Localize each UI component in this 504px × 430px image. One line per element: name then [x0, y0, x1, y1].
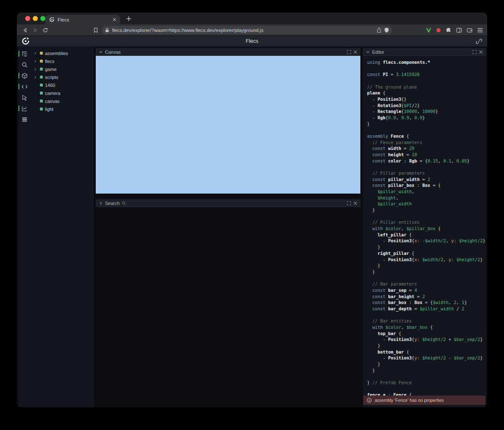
editor-code[interactable]: using flecs.components.* const PI = 3.14… — [363, 56, 486, 407]
code-line: left_pillar { — [367, 232, 486, 238]
extensions-puzzle-icon[interactable] — [446, 27, 452, 33]
tree-item-1460[interactable]: 1460 — [30, 81, 93, 89]
bookmark-icon[interactable] — [92, 27, 99, 34]
chart-sidebar-button[interactable] — [18, 104, 30, 113]
share-link-icon[interactable] — [475, 38, 482, 45]
info-icon — [367, 398, 372, 403]
code-line: - Rectangle{10000, 10000} — [367, 108, 486, 115]
chevron-down-icon[interactable] — [366, 50, 370, 54]
window-close-button[interactable] — [25, 16, 30, 21]
tree-item-label: canvas — [45, 99, 60, 104]
window-zoom-button[interactable] — [40, 16, 45, 21]
code-line: } // Prefab Fence — [367, 380, 486, 386]
extension-v-icon[interactable] — [426, 27, 431, 33]
cube-sidebar-button[interactable] — [18, 71, 30, 80]
chart-icon — [21, 105, 28, 112]
tree-sidebar-button[interactable] — [18, 49, 30, 58]
browser-tab[interactable]: Flecs — [45, 15, 120, 24]
code-line: // Fence parameters — [367, 139, 486, 146]
fullscreen-icon[interactable] — [347, 201, 351, 205]
extension-red-dot-icon[interactable] — [436, 28, 441, 33]
lock-icon — [105, 28, 109, 33]
tab-favicon-flecs-icon — [49, 17, 55, 22]
tree-item-label: 1460 — [45, 83, 55, 88]
tree-item-game[interactable]: game — [30, 65, 93, 73]
active-indicator — [18, 51, 19, 57]
address-bar[interactable]: flecs.dev/explorer/?wasm=https://www.fle… — [102, 26, 392, 34]
tree-item-flecs[interactable]: flecs — [30, 57, 93, 65]
code-line: with $color, $pillar_box { — [367, 225, 486, 232]
code-line: - Position3{x: -$width/2, y: $height/2} — [367, 238, 486, 244]
menu-hamburger-icon[interactable] — [477, 28, 483, 33]
tab-strip: Flecs — [17, 13, 487, 24]
canvas-panel-title: Canvas — [105, 50, 121, 55]
sidebar-toggle-icon[interactable] — [456, 27, 462, 33]
chevron-right-icon[interactable] — [99, 201, 103, 205]
share-icon[interactable] — [377, 27, 381, 33]
expand-arrow-icon[interactable] — [34, 76, 38, 79]
expand-arrow-icon[interactable] — [34, 52, 38, 55]
code-line: // Bar entities — [367, 318, 486, 324]
new-tab-button[interactable] — [125, 15, 132, 22]
close-icon[interactable] — [353, 201, 357, 205]
search-sidebar-button[interactable] — [18, 60, 30, 69]
active-indicator — [18, 116, 19, 122]
code-line: const bar_sep = 4 — [367, 287, 486, 294]
code-sidebar-button[interactable] — [18, 82, 30, 91]
close-icon[interactable] — [479, 50, 483, 54]
wallet-icon[interactable] — [467, 27, 472, 33]
expand-arrow-icon[interactable] — [34, 60, 38, 63]
tab-title: Flecs — [58, 17, 110, 22]
entity-color-swatch — [40, 100, 43, 102]
entity-color-swatch — [40, 92, 43, 94]
code-line: const width = 20 — [367, 145, 486, 152]
chevron-down-icon[interactable] — [99, 50, 103, 54]
code-line — [367, 312, 486, 318]
code-line: const pillar_width = 2 — [367, 176, 486, 183]
back-button[interactable] — [22, 27, 29, 34]
close-icon[interactable] — [353, 50, 357, 54]
code-line: bottom_bar { — [367, 349, 486, 355]
code-line: - Position3{} — [367, 96, 486, 102]
tree-item-label: camera — [45, 91, 60, 96]
entity-color-swatch — [40, 108, 43, 110]
code-line: - Position3{y: $height/2 + $bar_sep/2} — [367, 336, 486, 343]
search-icon — [21, 62, 28, 68]
tree-item-assemblies[interactable]: assemblies — [30, 49, 93, 57]
rows-sidebar-button[interactable] — [18, 115, 30, 124]
tree-item-camera[interactable]: camera — [30, 89, 93, 97]
forward-button[interactable] — [32, 27, 39, 34]
cursor-sidebar-button[interactable] — [18, 93, 30, 102]
entity-color-swatch — [40, 52, 43, 55]
reload-button[interactable] — [42, 27, 49, 34]
expand-arrow-icon[interactable] — [34, 68, 38, 71]
search-panel-title: Search — [105, 201, 120, 206]
code-line: const bar_height = 2 — [367, 294, 486, 300]
center-column: Canvas Search — [96, 48, 360, 407]
fullscreen-icon[interactable] — [472, 50, 477, 54]
code-line: } — [367, 343, 486, 349]
code-line: const height = 10 — [367, 152, 486, 158]
canvas-panel-header[interactable]: Canvas — [96, 48, 360, 56]
canvas-viewport[interactable] — [96, 56, 360, 194]
code-line: using flecs.components.* — [367, 59, 486, 66]
active-indicator — [18, 94, 19, 100]
tab-close-icon[interactable] — [113, 18, 116, 21]
window-minimize-button[interactable] — [33, 16, 38, 21]
brave-shield-icon[interactable] — [384, 27, 389, 33]
tree-item-scripts[interactable]: scripts — [30, 73, 93, 81]
tree-item-label: flecs — [45, 59, 55, 64]
code-line: // Bar parameters — [367, 281, 486, 287]
code-line: } — [367, 269, 486, 275]
active-indicator — [18, 73, 19, 79]
tree-item-light[interactable]: light — [30, 105, 93, 113]
fullscreen-icon[interactable] — [347, 50, 351, 54]
error-message: assembly 'Fence' has no properties — [375, 398, 444, 403]
editor-panel-title: Editor — [372, 50, 384, 55]
code-line: - Rotation3{$PI/2} — [367, 102, 486, 109]
url-text[interactable]: flecs.dev/explorer/?wasm=https://www.fle… — [112, 28, 374, 33]
search-panel-header[interactable]: Search — [96, 199, 360, 207]
editor-panel-header[interactable]: Editor — [363, 48, 486, 56]
tree-item-canvas[interactable]: canvas — [30, 97, 93, 105]
entity-color-swatch — [40, 76, 43, 79]
